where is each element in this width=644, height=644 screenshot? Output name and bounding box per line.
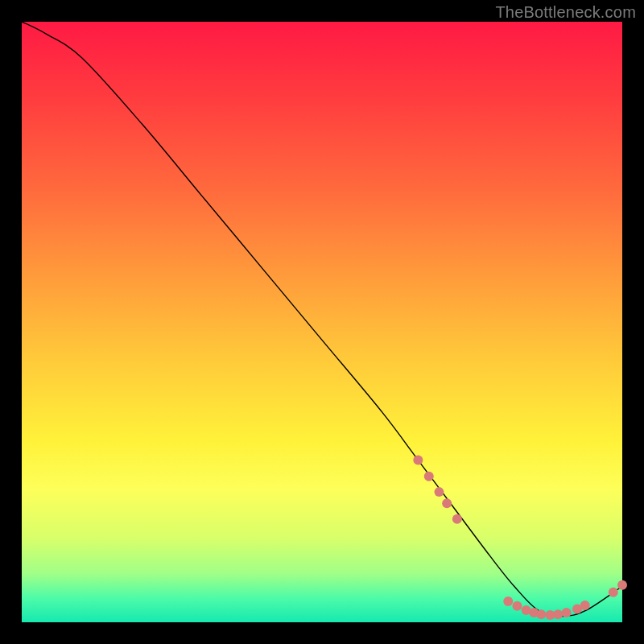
- watermark-text: TheBottleneck.com: [495, 3, 636, 22]
- chart-marker: [442, 498, 452, 508]
- chart-marker: [617, 580, 627, 590]
- chart-marker: [536, 609, 546, 619]
- chart-marker: [434, 487, 444, 497]
- chart-marker: [424, 472, 434, 481]
- chart-marker: [609, 588, 618, 597]
- chart-marker: [452, 514, 462, 524]
- chart-marker: [562, 608, 572, 617]
- chart-svg: [22, 22, 622, 622]
- chart-marker: [413, 456, 423, 465]
- chart-marker: [503, 597, 513, 606]
- chart-curve: [22, 22, 622, 617]
- chart-markers: [413, 456, 627, 620]
- chart-marker: [512, 601, 522, 611]
- plot-area: [22, 22, 622, 622]
- chart-marker: [553, 609, 563, 619]
- chart-stage: TheBottleneck.com: [0, 0, 644, 644]
- chart-marker: [580, 601, 590, 610]
